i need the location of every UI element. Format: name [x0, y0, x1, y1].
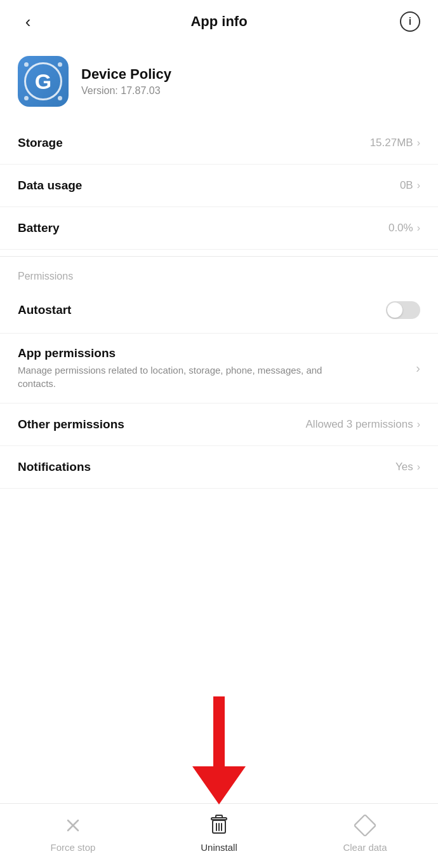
battery-value: 0.0% › — [388, 222, 420, 234]
battery-label: Battery — [18, 221, 59, 235]
app-version: Version: 17.87.03 — [81, 85, 171, 97]
notifications-chevron-icon: › — [417, 461, 420, 473]
battery-row[interactable]: Battery 0.0% › — [0, 207, 438, 250]
app-text: Device Policy Version: 17.87.03 — [81, 66, 171, 97]
uninstall-icon — [206, 813, 232, 838]
force-stop-label: Force stop — [51, 842, 96, 853]
other-permissions-row[interactable]: Other permissions Allowed 3 permissions … — [0, 403, 438, 446]
battery-chevron-icon: › — [417, 222, 420, 234]
notifications-row[interactable]: Notifications Yes › — [0, 446, 438, 489]
icon-dot-bl — [24, 96, 29, 100]
app-permissions-chevron-icon: › — [411, 361, 420, 376]
clear-data-icon — [352, 813, 378, 838]
notifications-label: Notifications — [18, 460, 91, 474]
data-usage-value: 0B › — [400, 179, 420, 192]
data-usage-row[interactable]: Data usage 0B › — [0, 165, 438, 207]
app-icon-ring: G — [24, 62, 62, 100]
x-icon — [63, 815, 83, 836]
other-permissions-chevron-icon: › — [417, 419, 420, 430]
info-icon[interactable]: i — [400, 11, 420, 32]
page-title: App info — [41, 13, 397, 30]
autostart-label: Autostart — [18, 303, 71, 317]
icon-dot-tr — [58, 62, 62, 67]
other-permissions-value: Allowed 3 permissions › — [306, 418, 420, 431]
app-permissions-subtitle: Manage permissions related to location, … — [18, 363, 322, 390]
clear-data-label: Clear data — [343, 842, 387, 853]
back-button[interactable]: ‹ — [15, 12, 41, 32]
svg-marker-1 — [192, 766, 246, 804]
info-button[interactable]: i — [397, 11, 423, 32]
arrow-annotation — [181, 696, 257, 811]
force-stop-icon — [60, 813, 86, 838]
app-icon: G — [18, 56, 69, 107]
storage-row[interactable]: Storage 15.27MB › — [0, 122, 438, 165]
storage-label: Storage — [18, 136, 63, 150]
data-usage-label: Data usage — [18, 179, 82, 193]
storage-value: 15.27MB › — [370, 137, 420, 149]
icon-dot-tl — [24, 62, 29, 67]
svg-rect-10 — [354, 815, 376, 836]
trash-icon — [209, 814, 229, 837]
eraser-icon — [354, 815, 376, 836]
permissions-section-label: Permissions — [0, 257, 438, 287]
icon-dot-br — [58, 96, 62, 100]
app-permissions-text: App permissions Manage permissions relat… — [18, 346, 322, 390]
app-name: Device Policy — [81, 66, 171, 83]
app-permissions-label: App permissions — [18, 346, 322, 360]
other-permissions-label: Other permissions — [18, 417, 124, 431]
app-info-section: G Device Policy Version: 17.87.03 — [0, 41, 438, 122]
app-permissions-row[interactable]: App permissions Manage permissions relat… — [0, 334, 438, 403]
notifications-value: Yes › — [395, 461, 420, 473]
header: ‹ App info i — [0, 0, 438, 41]
autostart-toggle[interactable] — [386, 301, 420, 319]
force-stop-button[interactable]: Force stop — [0, 813, 146, 853]
bottom-bar: Force stop Uninstall Clea — [0, 803, 438, 868]
red-arrow-svg — [181, 696, 257, 811]
svg-rect-5 — [216, 815, 222, 818]
uninstall-button[interactable]: Uninstall — [146, 813, 292, 853]
autostart-row[interactable]: Autostart — [0, 287, 438, 334]
data-usage-chevron-icon: › — [417, 180, 420, 191]
storage-chevron-icon: › — [417, 137, 420, 149]
clear-data-button[interactable]: Clear data — [292, 813, 438, 853]
app-icon-letter: G — [35, 69, 51, 94]
toggle-knob — [387, 302, 402, 318]
uninstall-label: Uninstall — [201, 842, 237, 853]
